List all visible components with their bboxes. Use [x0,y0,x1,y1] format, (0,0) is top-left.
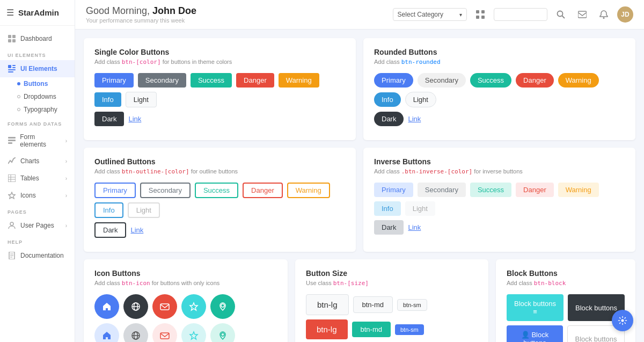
rounded-btn-light[interactable]: Light [405,92,436,107]
btn-lg-plain[interactable]: btn-lg [306,294,349,315]
icon-btn-code: btn-icon [122,280,150,287]
inverse-btn-primary[interactable]: Primary [374,183,413,197]
btn-sm-plain[interactable]: btn-sm [397,299,427,311]
rounded-buttons-card: Rounded Buttons Add class btn-rounded Pr… [363,38,635,140]
block-btn-cyan[interactable]: Block buttons ≡ [507,294,564,321]
outline-btn-dark[interactable]: Dark [94,222,126,238]
sidebar-sub-item-typography[interactable]: Typography [0,103,75,116]
svg-rect-23 [481,10,485,13]
icon-btn-star-cyan[interactable] [181,294,206,319]
btn-sm-primary[interactable]: btn-sm [395,324,424,335]
btn-link[interactable]: Link [128,115,141,123]
mail-icon-btn[interactable] [574,6,590,23]
btn-secondary[interactable]: Secondary [138,73,186,88]
icon-btn-home-light-blue[interactable] [94,323,119,342]
btn-success[interactable]: Success [191,73,232,88]
icon-btn-mail-pink[interactable] [152,323,177,342]
svg-marker-40 [190,332,197,339]
svg-rect-10 [8,140,16,141]
sidebar-item-ui-elements[interactable]: UI Elements [0,60,75,77]
inverse-btn-light[interactable]: Light [405,201,435,216]
block-btn-blue[interactable]: 👤 Block buttons [507,325,563,342]
sidebar-sub-item-buttons[interactable]: Buttons [0,77,75,90]
svg-rect-39 [160,333,169,339]
outline-btn-success[interactable]: Success [195,183,238,198]
svg-point-26 [558,11,563,17]
inverse-btn-danger[interactable]: Danger [516,183,554,197]
user-pages-arrow: › [65,223,67,229]
btn-md-success[interactable]: btn-md [352,322,391,337]
icon-btn-mail-red[interactable] [152,294,177,319]
single-color-title: Single Color Buttons [94,48,345,56]
block-buttons-card: Block Buttons Add class btn-block Block … [496,259,635,342]
inverse-btn-info[interactable]: Info [374,201,401,216]
btn-light[interactable]: Light [126,92,157,107]
rounded-btn-link[interactable]: Link [408,115,421,123]
inverse-btn-dark[interactable]: Dark [374,220,404,235]
inverse-subtitle: Add class .btn-inverse-[color] for inver… [374,168,625,175]
outline-btn-secondary[interactable]: Secondary [140,183,191,198]
search-input[interactable] [494,8,547,21]
outline-btn-warning[interactable]: Warning [287,183,330,198]
rounded-btn-dark[interactable]: Dark [374,112,404,126]
btn-danger[interactable]: Danger [236,73,274,88]
sidebar-sub-item-dropdowns[interactable]: Dropdowns [0,90,75,103]
outline-btn-primary[interactable]: Primary [94,183,136,198]
inverse-btn-warning[interactable]: Warning [558,183,599,197]
inverse-btn-success[interactable]: Success [470,183,511,197]
rounded-btn-danger[interactable]: Danger [516,73,554,88]
rounded-btn-warning[interactable]: Warning [558,73,599,88]
notification-icon-btn[interactable] [596,6,612,23]
svg-rect-4 [8,65,11,68]
sidebar-item-charts[interactable]: Charts › [0,152,75,170]
rounded-btn-secondary[interactable]: Secondary [418,73,466,88]
btn-primary[interactable]: Primary [94,73,134,88]
icon-btn-globe-dark[interactable] [123,294,148,319]
rounded-btn-info[interactable]: Info [374,92,401,107]
icon-btn-globe-gray[interactable] [123,323,148,342]
outline-btn-danger[interactable]: Danger [243,183,283,198]
search-button[interactable] [553,6,569,23]
tables-label: Tables [20,174,39,182]
rounded-btn-success[interactable]: Success [470,73,511,88]
sidebar-item-user-pages[interactable]: User Pages › [0,217,75,234]
sidebar-item-documentation[interactable]: Documentation [0,247,75,264]
inverse-btn-link[interactable]: Link [408,223,421,231]
grid-icon-btn[interactable] [472,6,488,23]
sidebar-item-icons[interactable]: Icons › [0,187,75,204]
sidebar-item-form-elements[interactable]: Form elements › [0,129,75,152]
outline-btn-light[interactable]: Light [128,202,160,218]
btn-warning[interactable]: Warning [279,73,319,88]
icon-btn-location-green[interactable] [210,294,235,319]
btn-lg-danger[interactable]: btn-lg [306,319,348,339]
sidebar-section-ui: UI ELEMENTS [0,47,75,60]
form-elements-label: Form elements [20,133,61,148]
avatar[interactable]: JD [617,6,633,23]
dropdowns-label: Dropdowns [24,93,56,100]
tables-icon [8,174,16,183]
svg-rect-2 [8,39,11,42]
sidebar-item-tables[interactable]: Tables › [0,170,75,187]
rounded-btn-primary[interactable]: Primary [374,73,413,88]
inverse-buttons-card: Inverse Buttons Add class .btn-inverse-[… [363,148,635,252]
btn-md-plain[interactable]: btn-md [353,296,393,313]
svg-rect-25 [481,16,485,19]
documentation-icon [8,251,16,260]
hamburger-icon[interactable]: ☰ [6,8,14,18]
settings-fab[interactable] [612,310,633,331]
btn-dark[interactable]: Dark [94,112,124,126]
inverse-btn-secondary[interactable]: Secondary [418,183,466,197]
row-3: Icon Buttons Add class btn-icon for butt… [84,259,635,342]
category-select[interactable]: Select Category ▾ [393,8,467,21]
outline-btn-info[interactable]: Info [94,202,123,218]
button-size-card: Button Size Use class btn-[size] btn-lg … [295,259,488,342]
block-row-2: 👤 Block buttons Block buttons [507,325,625,342]
outline-btn-link[interactable]: Link [130,226,143,234]
sidebar-section-help: HELP [0,234,75,247]
icon-btn-star-light-cyan[interactable] [181,323,206,342]
btn-info[interactable]: Info [94,92,121,107]
sidebar-item-dashboard[interactable]: Dashboard [0,30,75,47]
icon-btn-home-blue[interactable] [94,294,119,319]
svg-rect-1 [12,35,16,38]
icon-btn-location-light-green[interactable] [210,323,235,342]
